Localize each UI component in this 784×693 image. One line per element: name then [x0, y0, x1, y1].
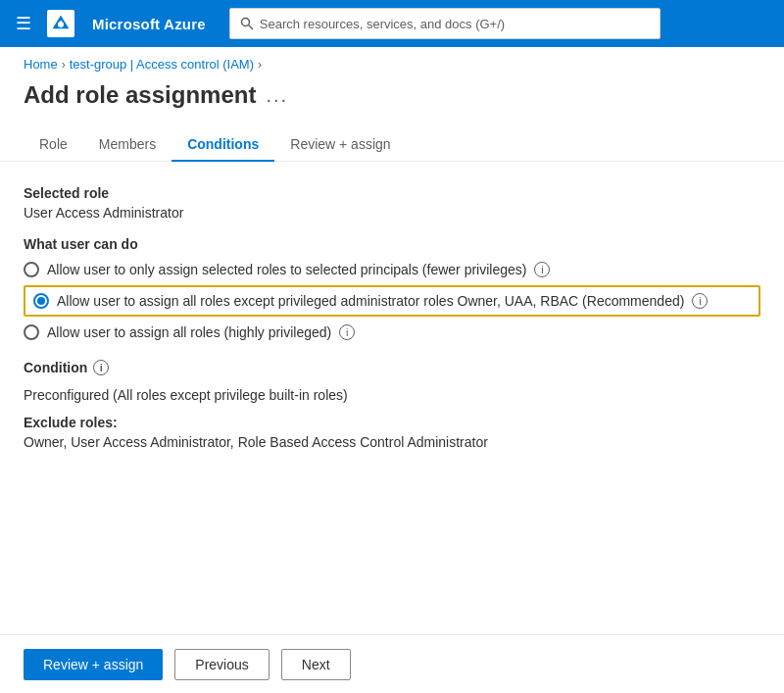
condition-label: Condition [24, 360, 87, 375]
condition-info-icon[interactable]: i [93, 360, 109, 375]
breadcrumb-iam[interactable]: test-group | Access control (IAM) [70, 57, 254, 72]
info-icon-2[interactable]: i [692, 293, 708, 309]
page-title: Add role assignment [24, 81, 256, 109]
radio-input-3[interactable] [24, 324, 39, 340]
exclude-roles-label: Exclude roles: [24, 415, 760, 430]
selected-role-label: Selected role [24, 185, 760, 201]
radio-option-3-row[interactable]: Allow user to assign all roles (highly p… [24, 324, 760, 340]
tab-role[interactable]: Role [24, 128, 83, 162]
condition-section: Condition i Preconfigured (All roles exc… [24, 360, 760, 450]
info-icon-1[interactable]: i [534, 262, 550, 277]
selected-role-value: User Access Administrator [24, 205, 760, 221]
svg-point-1 [241, 19, 249, 26]
svg-line-2 [248, 25, 253, 30]
breadcrumb-sep-2: › [258, 58, 262, 72]
hamburger-icon[interactable]: ☰ [12, 9, 35, 38]
search-placeholder: Search resources, services, and docs (G+… [260, 17, 505, 31]
search-box[interactable]: Search resources, services, and docs (G+… [229, 8, 661, 39]
topbar: ☰ Microsoft Azure Search resources, serv… [0, 0, 784, 47]
radio-option-2-label: Allow user to assign all roles except pr… [57, 293, 684, 309]
condition-value: Preconfigured (All roles except privileg… [24, 387, 760, 403]
search-icon [240, 17, 254, 30]
what-user-label: What user can do [24, 236, 760, 252]
breadcrumb: Home › test-group | Access control (IAM)… [0, 47, 784, 75]
info-icon-3[interactable]: i [339, 324, 355, 340]
main-content: Selected role User Access Administrator … [0, 162, 784, 450]
tab-members[interactable]: Members [83, 128, 172, 162]
breadcrumb-sep-1: › [62, 58, 66, 72]
exclude-roles-value: Owner, User Access Administrator, Role B… [24, 434, 760, 450]
page-title-row: Add role assignment ... [0, 75, 784, 109]
breadcrumb-home[interactable]: Home [24, 57, 58, 72]
app-name: Microsoft Azure [92, 16, 206, 32]
radio-option-2-highlighted[interactable]: Allow user to assign all roles except pr… [24, 285, 760, 317]
radio-option-1-row[interactable]: Allow user to only assign selected roles… [24, 262, 760, 277]
radio-option-1-label: Allow user to only assign selected roles… [47, 262, 526, 277]
tabs: Role Members Conditions Review + assign [0, 109, 784, 162]
radio-input-1[interactable] [24, 262, 39, 277]
radio-option-3-label: Allow user to assign all roles (highly p… [47, 324, 331, 340]
azure-logo-icon [47, 10, 74, 37]
page-title-more-icon[interactable]: ... [266, 84, 288, 107]
tab-review-assign[interactable]: Review + assign [274, 128, 406, 162]
tab-conditions[interactable]: Conditions [172, 128, 274, 162]
radio-input-2[interactable] [33, 293, 49, 309]
